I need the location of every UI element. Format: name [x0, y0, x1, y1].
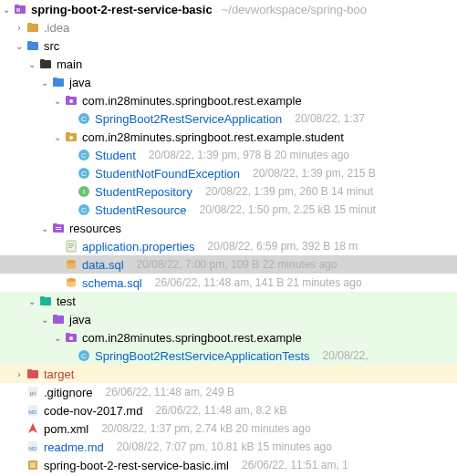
sql-file-icon: [64, 257, 78, 272]
file-label: pom.xml: [44, 422, 88, 436]
tree-row-test[interactable]: ⌄ test: [0, 292, 457, 310]
tree-row-schema-sql[interactable]: › schema.sql 26/06/22, 11:48 am, 141 B 2…: [0, 274, 457, 292]
resources-folder-icon: [51, 221, 66, 235]
svg-point-13: [69, 99, 73, 103]
interface-label: StudentRepository: [95, 185, 192, 199]
file-label: readme.md: [44, 440, 104, 454]
tree-row-codenov[interactable]: › MD code-nov-2017.md 26/06/22, 11:48 am…: [0, 401, 457, 419]
class-label: Student: [95, 149, 136, 162]
svg-rect-1: [15, 5, 19, 7]
file-meta: 20/08/22, 7:07 pm, 10.81 kB 15 minutes a…: [117, 440, 332, 453]
tree-row-package-student[interactable]: ⌄ com.in28minutes.springboot.rest.exampl…: [0, 128, 457, 146]
excluded-folder-icon: [26, 367, 40, 381]
file-label: schema.sql: [82, 276, 142, 290]
folder-label: .idea: [44, 21, 69, 35]
svg-rect-17: [66, 132, 70, 135]
markdown-file-icon: MD: [26, 403, 40, 418]
file-meta: 20/08/22, 7:00 pm, 109 B 22 minutes ago: [137, 258, 338, 271]
package-label: com.in28minutes.springboot.rest.example.…: [82, 130, 344, 144]
class-icon: C: [77, 202, 91, 217]
chevron-down-icon[interactable]: ⌄: [13, 41, 26, 51]
tree-row-gitignore[interactable]: › git .gitignore 26/06/22, 11:48 am, 249…: [0, 383, 457, 401]
chevron-down-icon[interactable]: ⌄: [38, 78, 51, 88]
chevron-down-icon[interactable]: ⌄: [38, 223, 51, 233]
test-folder-icon: [38, 294, 53, 308]
svg-text:C: C: [81, 352, 87, 360]
class-label: StudentResource: [95, 203, 186, 217]
tree-row-test-package[interactable]: ⌄ com.in28minutes.springboot.rest.exampl…: [0, 328, 457, 347]
chevron-down-icon[interactable]: ⌄: [0, 5, 13, 15]
tree-row-test-java[interactable]: ⌄ java: [0, 310, 457, 328]
tree-row-student-repo[interactable]: › I StudentRepository 20/08/22, 1:39 pm,…: [0, 182, 457, 201]
tree-row-test-class[interactable]: › C SpringBoot2RestServiceApplicationTes…: [0, 347, 457, 365]
svg-text:MD: MD: [28, 446, 37, 451]
tree-row-iml[interactable]: › spring-boot-2-rest-service-basic.iml 2…: [0, 456, 457, 474]
file-meta: 20/08/22, 1:37: [295, 112, 365, 125]
chevron-right-icon[interactable]: ›: [13, 23, 26, 33]
package-icon: [64, 129, 78, 144]
tree-row-target[interactable]: › target: [0, 365, 457, 383]
folder-label: java: [69, 313, 91, 326]
file-meta: 20/08/22, 1:39 pm, 215 B: [253, 167, 376, 180]
source-folder-icon: [51, 312, 66, 326]
svg-rect-8: [40, 59, 45, 62]
package-label: com.in28minutes.springboot.rest.example: [82, 94, 302, 108]
folder-icon: [26, 20, 40, 35]
svg-rect-28: [53, 223, 57, 226]
tree-row-data-sql[interactable]: › data.sql 20/08/22, 7:00 pm, 109 B 22 m…: [0, 255, 457, 274]
tree-row-pom[interactable]: › pom.xml 20/08/22, 1:37 pm, 2.74 kB 20 …: [0, 419, 457, 438]
tree-row-project-root[interactable]: ⌄ spring-boot-2-rest-service-basic ~/dev…: [0, 0, 457, 18]
file-label: code-nov-2017.md: [44, 404, 142, 418]
chevron-down-icon[interactable]: ⌄: [26, 59, 38, 69]
chevron-right-icon[interactable]: ›: [13, 369, 26, 379]
class-label: SpringBoot2RestServiceApplication: [95, 112, 282, 126]
tree-row-student[interactable]: › C Student 20/08/22, 1:39 pm, 978 B 20 …: [0, 146, 457, 164]
svg-rect-4: [27, 23, 32, 26]
svg-point-43: [69, 336, 73, 340]
svg-rect-30: [56, 229, 61, 230]
svg-rect-47: [27, 369, 32, 372]
file-label: data.sql: [82, 258, 124, 272]
package-icon: [64, 330, 78, 345]
svg-text:C: C: [81, 151, 87, 160]
tree-row-package-example[interactable]: ⌄ com.in28minutes.springboot.rest.exampl…: [0, 91, 457, 109]
tree-row-student-resource[interactable]: › C StudentResource 20/08/22, 1:50 pm, 2…: [0, 201, 457, 219]
folder-label: target: [44, 367, 74, 381]
chevron-down-icon[interactable]: ⌄: [51, 132, 64, 142]
svg-rect-10: [53, 78, 57, 80]
tree-row-app-properties[interactable]: › application.properties 20/08/22, 6:59 …: [0, 237, 457, 255]
class-icon: C: [77, 348, 91, 363]
tree-row-student-nfe[interactable]: › C StudentNotFoundException 20/08/22, 1…: [0, 164, 457, 182]
chevron-down-icon[interactable]: ⌄: [26, 296, 38, 306]
svg-rect-42: [66, 333, 70, 336]
file-meta: 26/06/22, 11:48 am, 8.2 kB: [155, 404, 286, 417]
tree-row-idea[interactable]: › .idea: [0, 18, 457, 36]
file-label: .gitignore: [44, 386, 92, 399]
svg-text:C: C: [81, 170, 87, 178]
file-label: spring-boot-2-rest-service-basic.iml: [44, 459, 229, 472]
tree-row-app-class[interactable]: › C SpringBoot2RestServiceApplication 20…: [0, 109, 457, 128]
file-meta: 20/08/22, 1:39 pm, 978 B 20 minutes ago: [149, 149, 349, 161]
svg-rect-55: [30, 462, 36, 468]
svg-rect-12: [66, 96, 70, 98]
chevron-down-icon[interactable]: ⌄: [38, 315, 51, 325]
interface-icon: I: [77, 184, 91, 199]
chevron-down-icon[interactable]: ⌄: [51, 333, 64, 343]
folder-label: java: [69, 76, 91, 89]
tree-row-java-main[interactable]: ⌄ java: [0, 73, 457, 91]
class-icon: C: [77, 111, 91, 126]
folder-label: test: [57, 295, 76, 308]
tree-row-resources[interactable]: ⌄ resources: [0, 219, 457, 237]
chevron-down-icon[interactable]: ⌄: [51, 96, 64, 106]
project-path-hint: ~/devworkspace/spring-boo: [222, 3, 367, 16]
gitignore-file-icon: git: [26, 385, 40, 399]
project-folder-icon: [13, 2, 27, 16]
svg-text:C: C: [81, 115, 87, 123]
svg-rect-6: [27, 41, 32, 44]
tree-row-src[interactable]: ⌄ src: [0, 36, 457, 55]
tree-row-readme[interactable]: › MD readme.md 20/08/22, 7:07 pm, 10.81 …: [0, 438, 457, 456]
tree-row-main[interactable]: ⌄ main: [0, 55, 457, 73]
file-meta: 20/08/22, 1:37 pm, 2.74 kB 20 minutes ag…: [101, 422, 311, 435]
svg-rect-33: [68, 245, 74, 246]
file-meta: 20/08/22,: [323, 349, 369, 362]
